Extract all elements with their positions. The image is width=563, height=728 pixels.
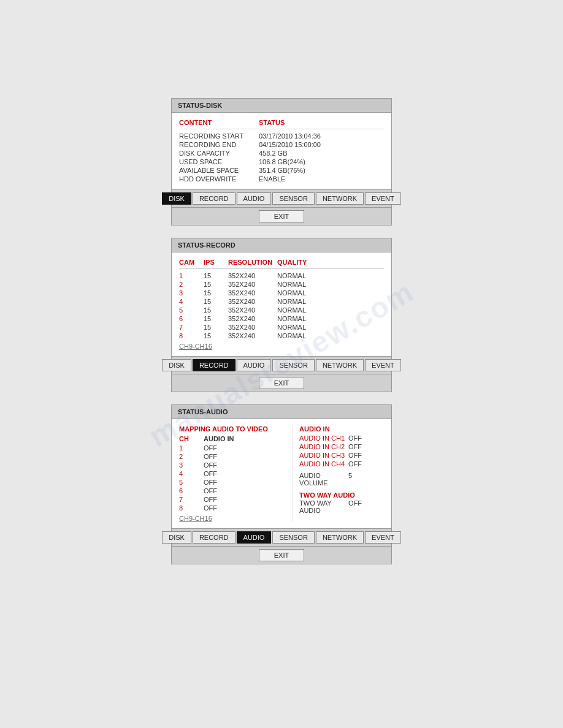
disk-nav-network[interactable]: NETWORK	[316, 192, 364, 205]
audio-map-row: 6OFF	[179, 487, 293, 495]
audio-map-ch: 2	[179, 453, 204, 460]
record-data-row: 515352X240NORMAL	[179, 306, 384, 314]
audio-nav-network[interactable]: NETWORK	[316, 531, 364, 544]
rec-cam: 3	[179, 289, 204, 297]
disk-nav-record[interactable]: RECORD	[193, 192, 236, 205]
audio-map-ch: 8	[179, 504, 204, 512]
rec-ips: 15	[204, 332, 228, 339]
disk-row-label: DISK CAPACITY	[179, 150, 259, 157]
record-nav-event[interactable]: EVENT	[365, 359, 401, 371]
rec-qual: NORMAL	[277, 289, 326, 297]
audio-volume-label: AUDIO VOLUME	[299, 472, 348, 487]
record-nav-sensor[interactable]: SENSOR	[272, 359, 314, 371]
audio-in-key: AUDIO IN CH2	[299, 443, 348, 450]
rec-res: 352X240	[228, 324, 277, 331]
audio-header-ch: CH	[179, 435, 204, 442]
audio-nav-disk[interactable]: DISK	[162, 531, 191, 544]
twa-label: TWO WAY AUDIO	[299, 499, 348, 514]
audio-volume-value: 5	[348, 472, 352, 487]
audio-map-title: MAPPING AUDIO TO VIDEO	[179, 425, 293, 433]
disk-exit-button[interactable]: EXIT	[259, 210, 304, 222]
audio-in-row: AUDIO IN CH4OFF	[299, 460, 384, 468]
audio-nav-event[interactable]: EVENT	[365, 531, 401, 544]
audio-in-key: AUDIO IN CH3	[299, 452, 348, 459]
disk-row-value: 458.2 GB	[259, 150, 357, 157]
disk-nav-sensor[interactable]: SENSOR	[272, 192, 314, 205]
rec-qual: NORMAL	[277, 324, 326, 331]
rec-res: 352X240	[228, 298, 277, 305]
record-panel-content: CAM IPS RESOLUTION QUALITY 115352X240NOR…	[172, 252, 391, 356]
record-data-row: 115352X240NORMAL	[179, 271, 384, 280]
audio-in-key: AUDIO IN CH1	[299, 434, 348, 442]
audio-left-section: MAPPING AUDIO TO VIDEO CH AUDIO IN 1OFF2…	[179, 425, 293, 522]
rec-res: 352X240	[228, 315, 277, 322]
rec-qual: NORMAL	[277, 315, 326, 322]
disk-panel-title: STATUS-DISK	[172, 99, 391, 113]
audio-map-row: 1OFF	[179, 444, 293, 452]
disk-row-value: 03/17/2010 13:04:36	[259, 132, 357, 140]
audio-panel-title: STATUS-AUDIO	[172, 405, 391, 419]
audio-nav-audio[interactable]: AUDIO	[237, 531, 272, 544]
rec-res: 352X240	[228, 306, 277, 314]
rec-ips: 15	[204, 306, 228, 314]
record-nav-audio[interactable]: AUDIO	[237, 359, 272, 371]
audio-map-val: OFF	[204, 444, 253, 452]
disk-header-content: CONTENT	[179, 119, 259, 126]
audio-map-val: OFF	[204, 479, 253, 486]
audio-map-val: OFF	[204, 470, 253, 477]
twa-row: TWO WAY AUDIO OFF	[299, 499, 384, 515]
record-table-header: CAM IPS RESOLUTION QUALITY	[179, 259, 384, 269]
audio-nav-sensor[interactable]: SENSOR	[272, 531, 314, 544]
record-nav-disk[interactable]: DISK	[162, 359, 191, 371]
audio-map-val: OFF	[204, 504, 253, 512]
disk-table-header: CONTENT STATUS	[179, 119, 384, 129]
rec-cam: 6	[179, 315, 204, 322]
disk-nav-disk[interactable]: DISK	[162, 192, 191, 205]
disk-data-row: RECORDING END04/15/2010 15:00:00	[179, 140, 384, 149]
audio-nav-record[interactable]: RECORD	[193, 531, 236, 544]
rec-cam: 5	[179, 306, 204, 314]
record-nav-record[interactable]: RECORD	[193, 359, 236, 371]
record-nav-network[interactable]: NETWORK	[316, 359, 364, 371]
audio-map-row: 2OFF	[179, 452, 293, 461]
rec-ips: 15	[204, 289, 228, 297]
audio-col-header: CH AUDIO IN	[179, 435, 293, 442]
audio-right-rows: AUDIO IN CH1OFFAUDIO IN CH2OFFAUDIO IN C…	[299, 434, 384, 468]
disk-data-row: DISK CAPACITY458.2 GB	[179, 149, 384, 157]
rec-cam: 7	[179, 324, 204, 331]
audio-map-ch: 7	[179, 496, 204, 503]
audio-ch-link[interactable]: CH9-CH16	[179, 515, 293, 522]
disk-row-label: AVAILABLE SPACE	[179, 167, 259, 174]
disk-panel-content: CONTENT STATUS RECORDING START03/17/2010…	[172, 113, 391, 189]
record-ch-link[interactable]: CH9-CH16	[179, 343, 384, 350]
audio-volume-row: AUDIO VOLUME 5	[299, 471, 384, 488]
disk-data-rows: RECORDING START03/17/2010 13:04:36RECORD…	[179, 132, 384, 183]
audio-map-row: 4OFF	[179, 469, 293, 478]
disk-row-label: RECORDING END	[179, 141, 259, 148]
audio-exit-button[interactable]: EXIT	[259, 549, 304, 561]
audio-left-rows: 1OFF2OFF3OFF4OFF5OFF6OFF7OFF8OFF	[179, 444, 293, 512]
audio-in-val: OFF	[348, 460, 362, 468]
rec-qual: NORMAL	[277, 298, 326, 305]
rec-ips: 15	[204, 281, 228, 288]
disk-data-row: RECORDING START03/17/2010 13:04:36	[179, 132, 384, 140]
audio-in-row: AUDIO IN CH3OFF	[299, 451, 384, 460]
record-data-row: 715352X240NORMAL	[179, 323, 384, 332]
record-data-rows: 115352X240NORMAL215352X240NORMAL315352X2…	[179, 271, 384, 340]
disk-nav-event[interactable]: EVENT	[365, 192, 401, 205]
audio-map-ch: 3	[179, 461, 204, 469]
rec-ips: 15	[204, 324, 228, 331]
audio-map-ch: 5	[179, 479, 204, 486]
disk-row-value: 106.8 GB(24%)	[259, 158, 357, 165]
audio-map-val: OFF	[204, 453, 253, 460]
audio-map-row: 3OFF	[179, 461, 293, 469]
rec-res: 352X240	[228, 272, 277, 279]
record-data-row: 615352X240NORMAL	[179, 314, 384, 323]
disk-nav-audio[interactable]: AUDIO	[237, 192, 272, 205]
audio-map-row: 7OFF	[179, 495, 293, 504]
record-exit-button[interactable]: EXIT	[259, 377, 304, 389]
record-header-qual: QUALITY	[277, 259, 326, 266]
twa-value: OFF	[348, 499, 362, 514]
record-data-row: 815352X240NORMAL	[179, 332, 384, 340]
audio-map-ch: 6	[179, 487, 204, 495]
